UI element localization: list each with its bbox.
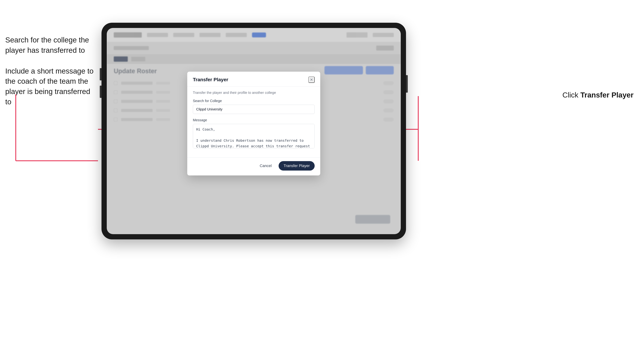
annotation-left-container: Search for the college the player has tr… [5,35,96,118]
college-search-group: Search for College [193,99,315,114]
annotation-message-text: Include a short message to the coach of … [5,66,96,107]
volume-down-button[interactable] [100,86,102,98]
modal-title: Transfer Player [193,77,228,82]
modal-close-button[interactable]: × [308,77,315,83]
transfer-player-button[interactable]: Transfer Player [278,161,315,171]
message-group: Message Hi Coach, I understand Chris Rob… [193,118,315,149]
annotation-right-text: Click Transfer Player [562,91,634,99]
college-search-input[interactable] [193,105,315,114]
cancel-button[interactable]: Cancel [256,162,275,170]
message-textarea[interactable]: Hi Coach, I understand Chris Robertson h… [193,124,315,148]
modal-footer: Cancel Transfer Player [187,158,320,175]
volume-up-button[interactable] [100,68,102,80]
message-label: Message [193,118,315,122]
annotation-right-container: Click Transfer Player [562,91,634,99]
annotation-right-bold: Transfer Player [580,91,634,99]
annotation-search-text: Search for the college the player has tr… [5,35,96,56]
modal-header: Transfer Player × [187,72,320,86]
modal-body: Transfer the player and their profile to… [187,86,320,158]
college-search-label: Search for College [193,99,315,103]
tablet-screen: Update Roster [107,28,401,234]
power-button[interactable] [406,75,408,93]
transfer-player-modal: Transfer Player × Transfer the player an… [187,72,320,175]
close-icon: × [310,77,313,82]
modal-description: Transfer the player and their profile to… [193,91,315,95]
tablet-device: Update Roster [102,23,406,239]
